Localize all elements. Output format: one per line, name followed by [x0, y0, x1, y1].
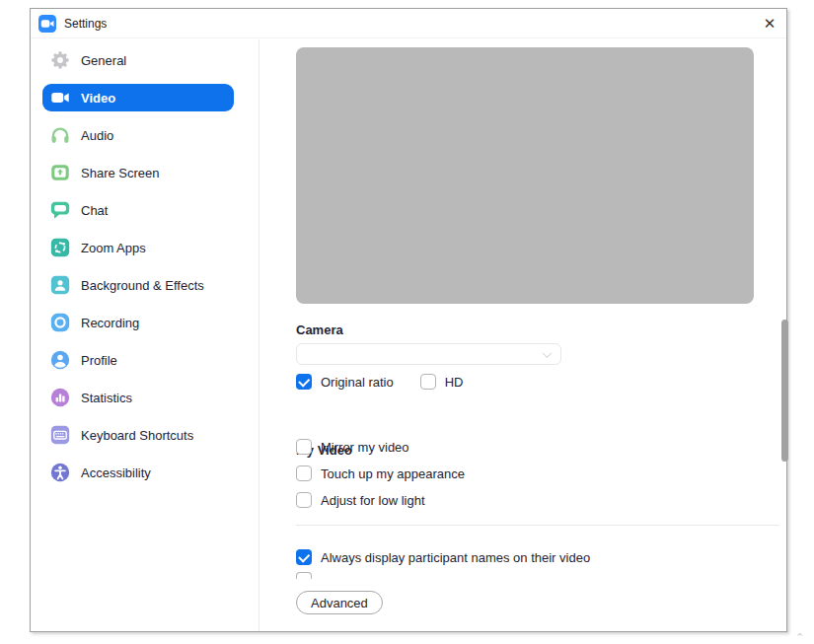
sidebar-item-label: Keyboard Shortcuts — [81, 428, 193, 443]
record-icon — [48, 311, 72, 334]
chevron-down-icon — [543, 348, 553, 358]
sidebar-item-label: Audio — [81, 128, 113, 143]
hd-checkbox[interactable] — [420, 374, 436, 390]
sidebar-item-label: Video — [81, 91, 115, 106]
mirror-video-row: Mirror my video — [296, 439, 409, 455]
sidebar-item-general[interactable]: General — [42, 46, 234, 74]
low-light-label: Adjust for low light — [321, 493, 425, 508]
touch-up-row: Touch up my appearance — [296, 465, 465, 481]
sidebar-item-recording[interactable]: Recording — [42, 309, 234, 336]
sidebar-item-label: Statistics — [81, 391, 132, 405]
touch-up-checkbox[interactable] — [296, 465, 312, 481]
sidebar-item-label: Share Screen — [81, 166, 160, 180]
sidebar-item-share-screen[interactable]: Share Screen — [42, 159, 234, 186]
video-camera-icon — [48, 86, 72, 109]
camera-section-heading: Camera — [296, 322, 343, 338]
advanced-button[interactable]: Advanced — [296, 591, 383, 614]
section-divider — [296, 525, 779, 526]
ratio-options-row: Original ratio HD — [296, 374, 463, 390]
touch-up-label: Touch up my appearance — [321, 466, 465, 481]
sidebar-item-audio[interactable]: Audio — [42, 121, 234, 149]
sidebar-item-profile[interactable]: Profile — [42, 346, 234, 374]
camera-select[interactable] — [296, 343, 561, 365]
gear-icon — [48, 48, 72, 72]
low-light-checkbox[interactable] — [296, 492, 312, 508]
mirror-video-checkbox[interactable] — [296, 439, 312, 455]
sidebar-item-label: General — [81, 53, 126, 68]
window-title: Settings — [64, 17, 107, 31]
participant-names-checkbox[interactable] — [296, 549, 312, 565]
video-settings-panel: Camera Original ratio HD My Video Mirror… — [260, 39, 786, 631]
original-ratio-label: Original ratio — [321, 375, 394, 390]
headphones-icon — [48, 123, 72, 147]
zoom-apps-icon — [48, 236, 72, 259]
clipped-checkbox[interactable] — [296, 572, 312, 579]
participant-names-label: Always display participant names on thei… — [321, 550, 590, 565]
participant-names-row: Always display participant names on thei… — [296, 549, 590, 565]
sidebar-item-label: Chat — [81, 203, 108, 218]
settings-window: Settings ✕ — [30, 8, 787, 632]
low-light-row: Adjust for low light — [296, 492, 425, 508]
chat-bubble-icon — [48, 198, 72, 222]
sidebar-item-keyboard-shortcuts[interactable]: Keyboard Shortcuts — [42, 421, 234, 449]
close-icon[interactable]: ✕ — [755, 9, 784, 38]
hd-label: HD — [445, 375, 464, 390]
original-ratio-checkbox[interactable] — [296, 374, 312, 390]
person-icon — [48, 348, 72, 372]
zoom-app-icon — [38, 15, 56, 33]
sidebar-item-chat[interactable]: Chat — [42, 196, 234, 224]
background-effects-icon — [48, 273, 72, 297]
sidebar-item-label: Background & Effects — [81, 278, 204, 293]
bar-chart-icon — [48, 386, 72, 409]
settings-sidebar: General Video — [31, 39, 259, 631]
desktop: Settings ✕ — [0, 0, 814, 644]
taskbar-chevron-icon[interactable]: ⌃ — [795, 631, 804, 644]
title-bar: Settings ✕ — [31, 9, 786, 38]
video-preview — [296, 47, 754, 304]
sidebar-item-label: Profile — [81, 353, 117, 368]
accessibility-icon — [48, 461, 72, 484]
sidebar-item-statistics[interactable]: Statistics — [42, 384, 234, 411]
sidebar-item-zoom-apps[interactable]: Zoom Apps — [42, 234, 234, 261]
sidebar-item-background-effects[interactable]: Background & Effects — [42, 271, 234, 299]
keyboard-icon — [48, 423, 72, 447]
sidebar-item-label: Accessibility — [81, 465, 151, 480]
sidebar-item-video[interactable]: Video — [42, 84, 234, 111]
mirror-video-label: Mirror my video — [321, 440, 409, 455]
share-screen-icon — [48, 161, 72, 184]
sidebar-item-label: Zoom Apps — [81, 241, 146, 255]
sidebar-item-accessibility[interactable]: Accessibility — [42, 459, 234, 486]
sidebar-item-label: Recording — [81, 316, 139, 330]
scrollbar-thumb[interactable] — [781, 320, 788, 462]
